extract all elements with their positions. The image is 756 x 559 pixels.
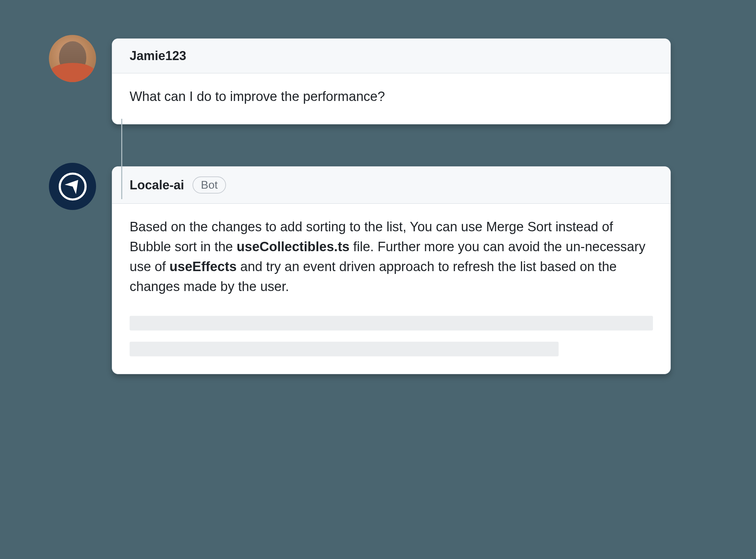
bot-message-header: Locale-ai Bot (112, 167, 670, 204)
navigation-arrow-icon (57, 171, 88, 202)
bot-message-card: Locale-ai Bot Based on the changes to ad… (112, 166, 671, 374)
bot-body-bold-text: useCollectibles.ts (237, 239, 349, 254)
thread-connector-line (121, 119, 122, 199)
user-message-row: Jamie123 What can I do to improve the pe… (49, 35, 728, 124)
user-author-name[interactable]: Jamie123 (130, 49, 186, 63)
user-avatar-wrapper (49, 35, 96, 82)
user-message-header: Jamie123 (112, 39, 670, 73)
bot-avatar[interactable] (49, 163, 96, 210)
bot-badge: Bot (192, 176, 226, 194)
conversation-thread: Jamie123 What can I do to improve the pe… (49, 35, 728, 374)
skeleton-line (130, 342, 559, 356)
bot-avatar-wrapper (49, 163, 96, 210)
bot-message-body: Based on the changes to add sorting to t… (112, 204, 670, 374)
loading-skeleton (130, 316, 653, 356)
bot-body-bold-text: useEffects (169, 259, 237, 274)
skeleton-line (130, 316, 653, 331)
user-avatar-icon[interactable] (49, 35, 96, 82)
bot-message-row: Locale-ai Bot Based on the changes to ad… (49, 163, 728, 374)
user-message-body: What can I do to improve the performance… (112, 73, 670, 124)
bot-author-name[interactable]: Locale-ai (130, 178, 184, 193)
user-message-card: Jamie123 What can I do to improve the pe… (112, 38, 671, 124)
